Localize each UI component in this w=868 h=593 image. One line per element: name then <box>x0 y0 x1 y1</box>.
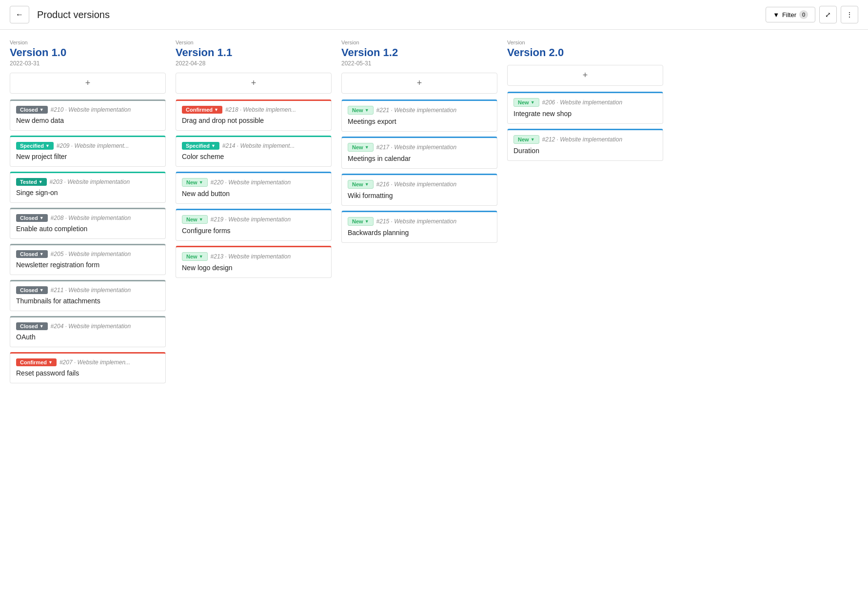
more-button[interactable]: ⋮ <box>841 6 858 23</box>
card-meta: New ▼#217 · Website implementation <box>348 143 491 152</box>
status-badge[interactable]: Closed ▼ <box>16 286 48 294</box>
card-meta: Tested ▼#203 · Website implementation <box>16 178 159 186</box>
card[interactable]: New ▼#220 · Website implementationNew ad… <box>176 172 332 204</box>
status-badge[interactable]: Closed ▼ <box>16 250 48 258</box>
expand-button[interactable]: ⤢ <box>819 6 837 23</box>
card-meta: Specified ▼#214 · Website implement... <box>182 142 325 150</box>
status-badge[interactable]: New ▼ <box>348 180 374 189</box>
card[interactable]: Closed ▼#211 · Website implementationThu… <box>10 280 166 311</box>
card[interactable]: Closed ▼#205 · Website implementationNew… <box>10 244 166 275</box>
card-meta: New ▼#215 · Website implementation <box>348 217 491 226</box>
card[interactable]: New ▼#221 · Website implementationMeetin… <box>341 99 497 132</box>
add-card-button[interactable]: + <box>341 73 497 94</box>
card[interactable]: Closed ▼#204 · Website implementationOAu… <box>10 316 166 347</box>
column-version-date: 2022-03-31 <box>10 60 166 67</box>
card[interactable]: New ▼#213 · Website implementationNew lo… <box>176 246 332 278</box>
badge-arrow-icon: ▼ <box>39 107 44 112</box>
status-badge[interactable]: Confirmed ▼ <box>182 106 222 114</box>
card-title: Meetings export <box>348 118 491 125</box>
card-meta: Closed ▼#211 · Website implementation <box>16 286 159 294</box>
card-title: Thumbnails for attachments <box>16 297 159 305</box>
card-issue-ref: #207 · Website implemen... <box>59 359 130 366</box>
card-meta: Confirmed ▼#218 · Website implemen... <box>182 106 325 114</box>
card[interactable]: Confirmed ▼#218 · Website implemen...Dra… <box>176 99 332 131</box>
add-card-button[interactable]: + <box>10 73 166 94</box>
filter-icon: ▼ <box>773 11 779 19</box>
column-v1_0: VersionVersion 1.02022-03-31+Closed ▼#21… <box>10 40 166 388</box>
card[interactable]: Specified ▼#214 · Website implement...Co… <box>176 136 332 167</box>
status-badge[interactable]: Specified ▼ <box>182 142 219 150</box>
card-title: Wiki formatting <box>348 192 491 199</box>
card-meta: Specified ▼#209 · Website implement... <box>16 142 159 150</box>
card[interactable]: New ▼#215 · Website implementationBackwa… <box>341 211 497 243</box>
badge-arrow-icon: ▼ <box>365 145 369 150</box>
card[interactable]: New ▼#219 · Website implementationConfig… <box>176 209 332 241</box>
add-card-button[interactable]: + <box>507 65 663 86</box>
badge-arrow-icon: ▼ <box>39 288 44 293</box>
column-version-label: Version <box>507 40 663 45</box>
filter-button[interactable]: ▼ Filter 0 <box>766 7 815 22</box>
card-title: Singe sign-on <box>16 189 159 197</box>
card-issue-ref: #211 · Website implementation <box>51 287 131 294</box>
badge-arrow-icon: ▼ <box>199 217 203 222</box>
badge-arrow-icon: ▼ <box>365 219 369 224</box>
card-issue-ref: #209 · Website implement... <box>57 142 129 149</box>
status-badge[interactable]: New ▼ <box>182 252 208 261</box>
add-card-button[interactable]: + <box>176 73 332 94</box>
card-meta: Closed ▼#210 · Website implementation <box>16 106 159 114</box>
status-badge[interactable]: New ▼ <box>182 178 208 187</box>
card-issue-ref: #218 · Website implemen... <box>225 106 296 113</box>
status-badge[interactable]: New ▼ <box>182 215 208 224</box>
card[interactable]: New ▼#217 · Website implementationMeetin… <box>341 137 497 169</box>
badge-arrow-icon: ▼ <box>199 180 203 185</box>
card-title: New project filter <box>16 153 159 160</box>
card-title: Backwards planning <box>348 229 491 237</box>
header: ← Product versions ▼ Filter 0 ⤢ ⋮ <box>0 0 868 30</box>
column-version-label: Version <box>341 40 497 45</box>
card[interactable]: Closed ▼#210 · Website implementationNew… <box>10 99 166 131</box>
card[interactable]: Specified ▼#209 · Website implement...Ne… <box>10 136 166 167</box>
card-title: Reset password fails <box>16 369 159 377</box>
card-title: New add button <box>182 190 325 198</box>
card-meta: New ▼#212 · Website implementation <box>513 135 657 144</box>
badge-arrow-icon: ▼ <box>214 107 218 112</box>
card-title: New logo design <box>182 264 325 272</box>
status-badge[interactable]: Tested ▼ <box>16 178 47 186</box>
status-badge[interactable]: Closed ▼ <box>16 322 48 330</box>
card-issue-ref: #217 · Website implementation <box>376 144 457 151</box>
card-meta: New ▼#213 · Website implementation <box>182 252 325 261</box>
status-badge[interactable]: New ▼ <box>348 217 374 226</box>
card[interactable]: Closed ▼#208 · Website implementationEna… <box>10 208 166 239</box>
filter-label: Filter <box>782 11 796 19</box>
badge-arrow-icon: ▼ <box>199 254 203 259</box>
status-badge[interactable]: New ▼ <box>348 106 374 115</box>
card[interactable]: New ▼#206 · Website implementationIntegr… <box>507 92 663 124</box>
column-header: VersionVersion 1.02022-03-31 <box>10 40 166 67</box>
status-badge[interactable]: Closed ▼ <box>16 106 48 114</box>
card-issue-ref: #215 · Website implementation <box>376 218 457 225</box>
badge-arrow-icon: ▼ <box>39 324 44 329</box>
card-issue-ref: #204 · Website implementation <box>51 323 131 330</box>
status-badge[interactable]: Confirmed ▼ <box>16 358 57 366</box>
status-badge[interactable]: Closed ▼ <box>16 214 48 222</box>
card-title: OAuth <box>16 333 159 341</box>
header-actions: ▼ Filter 0 ⤢ ⋮ <box>766 6 858 23</box>
card-title: Configure forms <box>182 227 325 235</box>
card[interactable]: New ▼#212 · Website implementationDurati… <box>507 129 663 161</box>
status-badge[interactable]: New ▼ <box>513 98 539 107</box>
card[interactable]: New ▼#216 · Website implementationWiki f… <box>341 174 497 206</box>
card[interactable]: Confirmed ▼#207 · Website implemen...Res… <box>10 352 166 383</box>
card-title: Integrate new shop <box>513 110 657 118</box>
back-button[interactable]: ← <box>10 6 29 23</box>
expand-icon: ⤢ <box>825 11 831 19</box>
more-icon: ⋮ <box>846 11 853 19</box>
card-issue-ref: #213 · Website implementation <box>211 253 291 260</box>
card[interactable]: Tested ▼#203 · Website implementationSin… <box>10 172 166 203</box>
column-v1_1: VersionVersion 1.12022-04-28+Confirmed ▼… <box>176 40 332 283</box>
status-badge[interactable]: New ▼ <box>348 143 374 152</box>
column-version-label: Version <box>176 40 332 45</box>
status-badge[interactable]: New ▼ <box>513 135 539 144</box>
badge-arrow-icon: ▼ <box>48 360 53 365</box>
card-meta: New ▼#220 · Website implementation <box>182 178 325 187</box>
status-badge[interactable]: Specified ▼ <box>16 142 54 150</box>
